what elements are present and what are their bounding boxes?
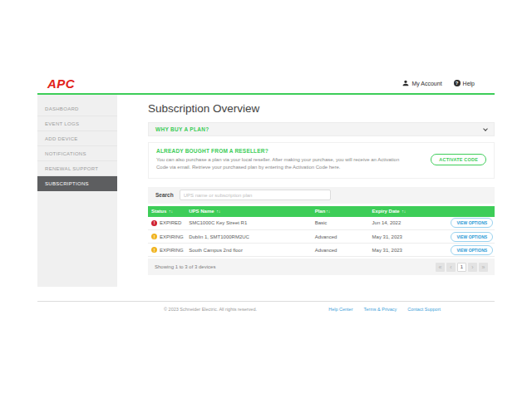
main-content: Subscription Overview WHY BUY A PLAN? AL… (117, 95, 495, 287)
first-page-button[interactable]: « (436, 263, 445, 272)
sidebar-item-subscriptions[interactable]: SUBSCRIPTIONS (37, 176, 117, 191)
plan-cell: Advanced (312, 244, 369, 257)
sidebar-item-add-device[interactable]: ADD DEVICE (37, 131, 117, 146)
my-account-button[interactable]: My Account (402, 80, 441, 86)
next-page-button[interactable]: › (468, 263, 477, 272)
expiry-date-cell: May 31, 2023 (369, 230, 448, 244)
page-title: Subscription Overview (148, 102, 495, 115)
table-row: !EXPIRED SMC1000C Key Street R1 Basic Ju… (148, 217, 495, 230)
sort-icon: ↑↓ (401, 209, 406, 214)
sidebar-nav: DASHBOARD EVENT LOGS ADD DEVICE NOTIFICA… (37, 95, 117, 287)
plan-cell: Basic (312, 217, 369, 230)
table-row: !EXPIRING Dublin 1, SMT1000RM2UC Advance… (148, 230, 495, 244)
status-header-label: Status (151, 209, 166, 214)
expiry-date-cell: May 31, 2023 (369, 244, 448, 257)
table-header-row: Status ↑↓ UPS Name ↑↓ Plan↑↓ Expiry Date… (148, 206, 495, 217)
header-actions: My Account ? Help (402, 80, 475, 86)
status-label: EXPIRING (160, 234, 184, 239)
table-row: !EXPIRING South Campus 2nd floor Advance… (148, 244, 495, 257)
current-page-button[interactable]: 1 (457, 263, 466, 272)
last-page-button[interactable]: » (479, 263, 488, 272)
contact-support-link[interactable]: Contact Support (407, 307, 441, 312)
expired-status-icon: ! (151, 220, 157, 226)
expiring-status-icon: ! (151, 247, 157, 253)
search-bar: Search (148, 187, 495, 204)
activate-code-button[interactable]: ACTIVATE CODE (431, 154, 486, 165)
copyright-text: © 2023 Schneider Electric. All rights re… (164, 307, 257, 312)
search-input[interactable] (180, 190, 331, 200)
ups-name-cell: South Campus 2nd floor (185, 244, 311, 257)
column-header-actions (447, 206, 495, 217)
sidebar-item-notifications[interactable]: NOTIFICATIONS (37, 146, 117, 161)
help-button[interactable]: ? Help (454, 80, 475, 86)
pagination-summary: Showing 1 to 3 of 3 devices (155, 264, 215, 269)
help-icon: ? (454, 80, 461, 86)
app-window: APC My Account ? Help DASHBOARD EVENT LO… (37, 0, 495, 312)
pager-controls: « ‹ 1 › » (436, 263, 488, 272)
column-header-expiry-date[interactable]: Expiry Date ↑↓ (369, 206, 448, 217)
apc-logo: APC (47, 76, 75, 91)
my-account-label: My Account (411, 81, 441, 86)
expiry-date-cell: Jun 14, 2022 (369, 217, 448, 230)
search-label: Search (155, 192, 174, 198)
sidebar-item-event-logs[interactable]: EVENT LOGS (37, 116, 117, 131)
sort-icon: ↑↓ (326, 209, 330, 214)
reseller-text-block: ALREADY BOUGHT FROM A RESELLER? You can … (156, 148, 402, 172)
reseller-heading: ALREADY BOUGHT FROM A RESELLER? (156, 148, 402, 154)
help-center-link[interactable]: Help Center (328, 307, 352, 312)
sidebar-item-dashboard[interactable]: DASHBOARD (37, 101, 117, 116)
ups-name-cell: SMC1000C Key Street R1 (185, 217, 311, 230)
previous-page-button[interactable]: ‹ (446, 263, 456, 272)
status-label: EXPIRING (160, 248, 184, 253)
sidebar-item-renewal-support[interactable]: RENEWAL SUPPORT (37, 161, 117, 176)
view-options-button[interactable]: VIEW OPTIONS (451, 232, 493, 242)
expiring-status-icon: ! (151, 234, 157, 239)
chevron-down-icon (483, 126, 488, 131)
view-options-button[interactable]: VIEW OPTIONS (451, 218, 493, 228)
sort-icon: ↑↓ (169, 209, 173, 214)
view-options-button[interactable]: VIEW OPTIONS (451, 245, 493, 255)
ups-name-cell: Dublin 1, SMT1000RM2UC (185, 230, 311, 244)
reseller-body-text: You can also purchase a plan via your lo… (156, 156, 402, 172)
reseller-section: ALREADY BOUGHT FROM A RESELLER? You can … (148, 142, 495, 179)
why-buy-a-plan-accordion[interactable]: WHY BUY A PLAN? (148, 122, 495, 136)
footer-links: Help Center Terms & Privacy Contact Supp… (328, 307, 441, 312)
column-header-plan[interactable]: Plan↑↓ (312, 206, 369, 217)
terms-privacy-link[interactable]: Terms & Privacy (364, 307, 397, 312)
help-label: Help (463, 81, 475, 86)
pagination-bar: Showing 1 to 3 of 3 devices « ‹ 1 › » (148, 259, 495, 275)
accordion-label: WHY BUY A PLAN? (155, 126, 209, 132)
person-icon (402, 80, 409, 86)
expiry-header-label: Expiry Date (372, 209, 400, 214)
status-label: EXPIRED (160, 220, 181, 225)
page-footer: © 2023 Schneider Electric. All rights re… (37, 301, 495, 312)
top-header: APC My Account ? Help (37, 73, 495, 95)
column-header-ups-name[interactable]: UPS Name ↑↓ (185, 206, 311, 217)
plan-cell: Advanced (312, 230, 369, 244)
plan-header-label: Plan (315, 209, 326, 214)
name-header-label: UPS Name (189, 209, 214, 214)
column-header-status[interactable]: Status ↑↓ (148, 206, 185, 217)
subscriptions-table: Status ↑↓ UPS Name ↑↓ Plan↑↓ Expiry Date… (148, 206, 495, 258)
sort-icon: ↑↓ (216, 209, 220, 214)
